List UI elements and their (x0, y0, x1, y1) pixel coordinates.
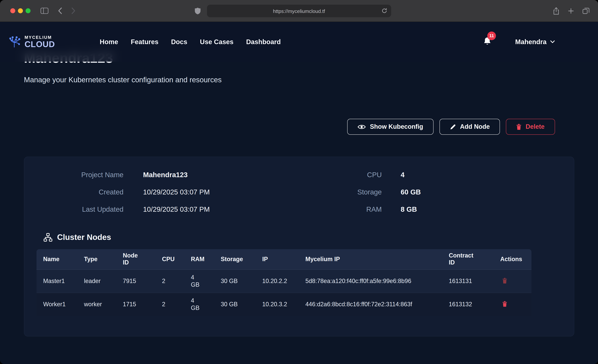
cluster-actions: Show Kubeconfig Add Node Delete (24, 119, 574, 135)
user-name: Mahendra (515, 38, 547, 46)
column-header-ram: RAM (184, 249, 214, 269)
cell-node-id: 7915 (116, 269, 155, 293)
info-value-last-updated: 10/29/2025 03:07 PM (124, 201, 263, 218)
chrome-right-controls (553, 7, 589, 15)
zoom-window-button[interactable] (25, 8, 31, 13)
cluster-nodes-title: Cluster Nodes (57, 233, 111, 242)
table-header-row: Name Type Node ID CPU RAM Storage IP Myc… (36, 249, 532, 269)
column-header-storage: Storage (214, 249, 256, 269)
nav-link-use-cases[interactable]: Use Cases (200, 38, 233, 46)
eye-icon (358, 124, 366, 130)
chevron-down-icon (550, 40, 555, 43)
info-value-cpu: 4 (382, 166, 574, 183)
user-menu[interactable]: Mahendra (515, 38, 555, 46)
show-kubeconfig-label: Show Kubeconfig (370, 123, 423, 130)
column-header-mycelium-ip: Mycelium IP (299, 249, 442, 269)
delete-node-button-worker1[interactable] (500, 300, 509, 309)
column-header-type: Type (77, 249, 116, 269)
trash-icon (502, 301, 507, 307)
delete-cluster-button[interactable]: Delete (506, 119, 555, 135)
privacy-shield-icon[interactable] (195, 7, 201, 16)
info-value-ram: 8 GB (382, 201, 574, 218)
page-content: Mahendra123 Manage your Kubernetes clust… (0, 22, 598, 337)
cluster-detail-card: Project Name Mahendra123 CPU 4 Created 1… (24, 157, 574, 337)
brand-text: MYCELIUM CLOUD (25, 35, 55, 49)
cell-type: worker (77, 293, 116, 316)
reload-icon[interactable] (382, 8, 387, 15)
cell-type: leader (77, 269, 116, 293)
cell-actions (494, 293, 532, 316)
brand-logo[interactable]: MYCELIUM CLOUD (7, 35, 55, 49)
notification-badge: 11 (487, 31, 496, 40)
sidebar-toggle-icon[interactable] (41, 8, 49, 14)
cell-ip: 10.20.2.2 (256, 269, 299, 293)
cell-actions (494, 269, 532, 293)
site-viewport: MYCELIUM CLOUD Home Features Docs Use Ca… (0, 22, 598, 364)
column-header-node-id: Node ID (116, 249, 155, 269)
info-label-created: Created (24, 183, 124, 201)
back-icon[interactable] (58, 7, 62, 14)
column-header-cpu: CPU (155, 249, 184, 269)
cell-contract-id: 1613131 (442, 269, 494, 293)
cell-ram: 4 GB (184, 269, 214, 293)
cell-name: Worker1 (36, 293, 77, 316)
cluster-nodes-icon (43, 233, 52, 242)
info-value-created: 10/29/2025 03:07 PM (124, 183, 263, 201)
info-label-last-updated: Last Updated (24, 201, 124, 218)
add-node-label: Add Node (460, 123, 490, 130)
info-label-project-name: Project Name (24, 166, 124, 183)
stage: https://myceliumcloud.tf (0, 0, 598, 364)
minimize-window-button[interactable] (18, 8, 23, 13)
url-text: https://myceliumcloud.tf (273, 8, 325, 14)
cell-node-id: 1715 (116, 293, 155, 316)
tab-overview-icon[interactable] (582, 8, 589, 14)
cell-ip: 10.20.3.2 (256, 293, 299, 316)
mycelium-logo-icon (7, 36, 21, 48)
brand-line2: CLOUD (25, 40, 55, 49)
delete-node-button-master1[interactable] (500, 276, 509, 286)
cluster-nodes-header: Cluster Nodes (43, 233, 574, 242)
site-navbar: MYCELIUM CLOUD Home Features Docs Use Ca… (0, 22, 598, 62)
browser-window: https://myceliumcloud.tf (0, 0, 598, 364)
add-node-button[interactable]: Add Node (440, 119, 500, 135)
show-kubeconfig-button[interactable]: Show Kubeconfig (347, 119, 433, 135)
delete-label: Delete (526, 123, 545, 130)
column-header-actions: Actions (494, 249, 532, 269)
info-value-storage: 60 GB (382, 183, 574, 201)
cell-contract-id: 1613132 (442, 293, 494, 316)
column-header-ip: IP (256, 249, 299, 269)
cell-mycelium-ip: 5d8:78ea:a120:f40c:ff0f:a5fe:99e6:8b96 (299, 269, 442, 293)
close-window-button[interactable] (10, 8, 15, 13)
nav-link-home[interactable]: Home (100, 38, 118, 46)
browser-chrome: https://myceliumcloud.tf (0, 0, 598, 22)
nav-link-docs[interactable]: Docs (171, 38, 187, 46)
nav-link-features[interactable]: Features (131, 38, 158, 46)
info-value-project-name: Mahendra123 (124, 166, 263, 183)
cell-name: Master1 (36, 269, 77, 293)
cell-ram: 4 GB (184, 293, 214, 316)
cell-storage: 30 GB (214, 269, 256, 293)
cluster-nodes-table: Name Type Node ID CPU RAM Storage IP Myc… (36, 249, 532, 316)
forward-icon[interactable] (71, 7, 76, 14)
cell-mycelium-ip: 446:d2a6:8bcd:8c16:ff0f:72e2:3114:863f (299, 293, 442, 316)
notifications-button[interactable]: 11 (483, 37, 491, 47)
traffic-lights (10, 8, 31, 13)
cell-storage: 30 GB (214, 293, 256, 316)
cell-cpu: 2 (155, 269, 184, 293)
trash-icon (502, 278, 507, 283)
nav-link-dashboard[interactable]: Dashboard (246, 38, 281, 46)
pencil-icon (450, 124, 456, 130)
cluster-nodes-table-wrap: Name Type Node ID CPU RAM Storage IP Myc… (36, 249, 562, 316)
cluster-info-grid: Project Name Mahendra123 CPU 4 Created 1… (24, 166, 574, 218)
info-label-cpu: CPU (263, 166, 382, 183)
new-tab-icon[interactable] (568, 8, 574, 14)
info-label-storage: Storage (263, 183, 382, 201)
page-subtitle: Manage your Kubernetes cluster configura… (24, 76, 574, 84)
trash-icon (516, 124, 522, 130)
address-bar[interactable]: https://myceliumcloud.tf (207, 5, 391, 17)
nav-links: Home Features Docs Use Cases Dashboard (100, 38, 281, 46)
info-label-ram: RAM (263, 201, 382, 218)
brand-line1: MYCELIUM (25, 35, 55, 40)
share-icon[interactable] (553, 7, 559, 15)
table-row-master1: Master1 leader 7915 2 4 GB 30 GB 10.20.2… (36, 269, 532, 293)
